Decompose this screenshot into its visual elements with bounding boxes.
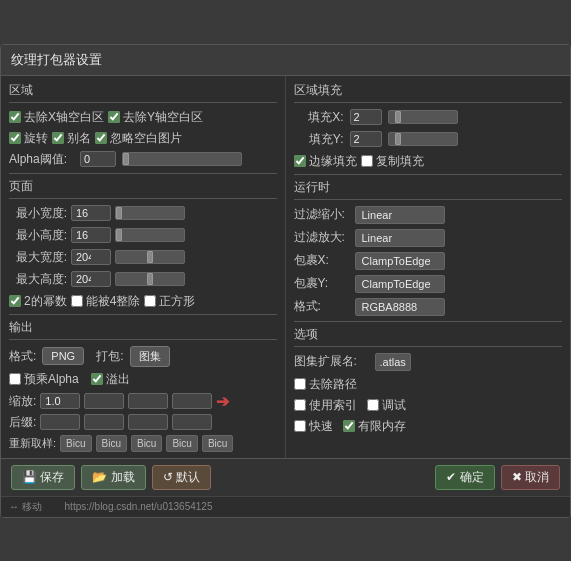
max-height-slider[interactable]	[115, 272, 185, 286]
max-height-label: 最大高度:	[9, 271, 67, 288]
debug-checkbox[interactable]	[367, 399, 379, 411]
alpha-value-input[interactable]	[80, 151, 116, 167]
pow2-check[interactable]: 2的幂数	[9, 293, 67, 310]
runtime-title: 运行时	[294, 179, 563, 200]
move-icon: ↔	[9, 501, 22, 512]
limited-mem-check[interactable]: 有限内存	[343, 418, 406, 435]
fill-title: 区域填充	[294, 82, 563, 103]
fast-check[interactable]: 快速	[294, 418, 333, 435]
fill-y-input[interactable]	[350, 131, 382, 147]
edge-fill-checkbox[interactable]	[294, 155, 306, 167]
fill-x-slider[interactable]	[388, 110, 458, 124]
alias-checkbox[interactable]	[52, 132, 64, 144]
remove-x-checkbox[interactable]	[9, 111, 21, 123]
edge-fill-label: 边缘填充	[309, 153, 357, 170]
resample-btn-5[interactable]: Bicu	[202, 435, 233, 452]
remove-path-check[interactable]: 去除路径	[294, 376, 357, 393]
min-width-slider[interactable]	[115, 206, 185, 220]
atlas-ext-row: 图集扩展名: .atlas	[294, 353, 563, 371]
limited-mem-checkbox[interactable]	[343, 420, 355, 432]
square-label: 正方形	[159, 293, 195, 310]
premultiply-check[interactable]: 预乘Alpha	[9, 371, 79, 388]
remove-x-check[interactable]: 去除X轴空白区	[9, 109, 104, 126]
scale-extra3[interactable]	[172, 393, 212, 409]
fill-y-slider[interactable]	[388, 132, 458, 146]
bleed-check[interactable]: 溢出	[91, 371, 130, 388]
alpha-label: Alpha阈值:	[9, 151, 74, 168]
remove-y-check[interactable]: 去除Y轴空白区	[108, 109, 203, 126]
save-button[interactable]: 💾 保存	[11, 465, 75, 490]
filter-down-value[interactable]: Linear	[355, 206, 445, 224]
format-button[interactable]: PNG	[42, 347, 84, 365]
wrap-y-value[interactable]: ClampToEdge	[355, 275, 445, 293]
resample-btn-2[interactable]: Bicu	[96, 435, 127, 452]
remove-path-label: 去除路径	[309, 376, 357, 393]
wrap-y-label: 包裹Y:	[294, 275, 349, 292]
pow2-checkbox[interactable]	[9, 295, 21, 307]
resample-btn-4[interactable]: Bicu	[166, 435, 197, 452]
region-title: 区域	[9, 82, 277, 103]
max-width-slider[interactable]	[115, 250, 185, 264]
use-index-checkbox[interactable]	[294, 399, 306, 411]
square-checkbox[interactable]	[144, 295, 156, 307]
pack-button[interactable]: 图集	[130, 346, 170, 367]
edge-fill-check[interactable]: 边缘填充	[294, 153, 357, 170]
format-label: 格式:	[9, 348, 36, 365]
fast-checkbox[interactable]	[294, 420, 306, 432]
remove-y-checkbox[interactable]	[108, 111, 120, 123]
suffix-input4[interactable]	[172, 414, 212, 430]
options-title: 选项	[294, 326, 563, 347]
filter-up-value[interactable]: Linear	[355, 229, 445, 247]
use-index-check[interactable]: 使用索引	[294, 397, 357, 414]
scale-input[interactable]	[40, 393, 80, 409]
resample-btn-1[interactable]: Bicu	[60, 435, 91, 452]
ignore-white-check[interactable]: 忽略空白图片	[95, 130, 182, 147]
alpha-slider[interactable]	[122, 152, 242, 166]
wrap-x-value[interactable]: ClampToEdge	[355, 252, 445, 270]
square-check[interactable]: 正方形	[144, 293, 195, 310]
copy-fill-check[interactable]: 复制填充	[361, 153, 424, 170]
premultiply-checkbox[interactable]	[9, 373, 21, 385]
page-title: 页面	[9, 178, 277, 199]
footer: 💾 保存 📂 加载 ↺ 默认 ✔ 确定 ✖ 取消	[1, 458, 570, 496]
suffix-input2[interactable]	[84, 414, 124, 430]
fill-x-input[interactable]	[350, 109, 382, 125]
runtime-format-value[interactable]: RGBA8888	[355, 298, 445, 316]
div4-check[interactable]: 能被4整除	[71, 293, 141, 310]
ok-icon: ✔	[446, 470, 459, 484]
ignore-white-checkbox[interactable]	[95, 132, 107, 144]
bleed-label: 溢出	[106, 371, 130, 388]
div4-checkbox[interactable]	[71, 295, 83, 307]
rotate-check[interactable]: 旋转	[9, 130, 48, 147]
max-width-input[interactable]	[71, 249, 111, 265]
min-height-input[interactable]	[71, 227, 111, 243]
copy-fill-checkbox[interactable]	[361, 155, 373, 167]
filter-up-row: 过滤放大: Linear	[294, 229, 563, 247]
fill-x-label: 填充X:	[294, 109, 344, 126]
rotate-checkbox[interactable]	[9, 132, 21, 144]
suffix-input1[interactable]	[40, 414, 80, 430]
resample-btn-3[interactable]: Bicu	[131, 435, 162, 452]
scale-label: 缩放:	[9, 393, 36, 410]
watermark: https://blog.csdn.net/u013654125	[65, 501, 213, 512]
debug-check[interactable]: 调试	[367, 397, 406, 414]
scale-extra1[interactable]	[84, 393, 124, 409]
atlas-ext-value[interactable]: .atlas	[375, 353, 411, 371]
load-button[interactable]: 📂 加载	[81, 465, 145, 490]
min-height-slider[interactable]	[115, 228, 185, 242]
wrap-x-row: 包裹X: ClampToEdge	[294, 252, 563, 270]
suffix-input3[interactable]	[128, 414, 168, 430]
min-width-input[interactable]	[71, 205, 111, 221]
remove-path-checkbox[interactable]	[294, 378, 306, 390]
alias-check[interactable]: 别名	[52, 130, 91, 147]
ok-button[interactable]: ✔ 确定	[435, 465, 494, 490]
right-panel: 区域填充 填充X: 填充Y: 边缘填充 复制填充	[286, 76, 571, 458]
cancel-button[interactable]: ✖ 取消	[501, 465, 560, 490]
scale-extra2[interactable]	[128, 393, 168, 409]
max-height-input[interactable]	[71, 271, 111, 287]
div4-label: 能被4整除	[86, 293, 141, 310]
rotate-label: 旋转	[24, 130, 48, 147]
bleed-checkbox[interactable]	[91, 373, 103, 385]
default-button[interactable]: ↺ 默认	[152, 465, 211, 490]
suffix-label: 后缀:	[9, 414, 36, 431]
